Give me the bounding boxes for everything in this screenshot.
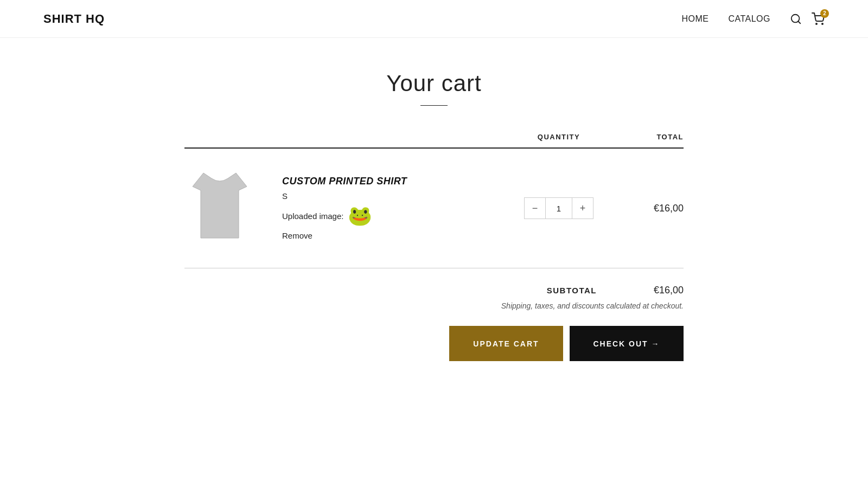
shipping-note: Shipping, taxes, and discounts calculate… [501,300,684,312]
subtotal-row: SUBTOTAL €16,00 [547,285,684,296]
uploaded-image-row: Uploaded image: 🐸 [282,206,510,226]
item-price: €16,00 [608,203,684,214]
search-button[interactable] [790,13,802,25]
quantity-header: QUANTITY [510,133,608,141]
cart-badge: 2 [820,9,829,18]
item-variant: S [282,191,510,201]
uploaded-image-preview: 🐸 [348,206,372,226]
header: SHIRT HQ HOME CATALOG 2 [0,0,868,38]
quantity-input[interactable] [545,198,572,219]
quantity-control: − + [524,197,593,219]
title-divider [420,105,448,106]
checkout-button[interactable]: CHECK OUT → [570,326,684,361]
item-details-col: CUSTOM PRINTED SHIRT S Uploaded image: 🐸… [271,176,510,241]
product-image [184,165,255,252]
svg-line-1 [798,21,800,23]
update-cart-button[interactable]: UPDATE CART [449,326,563,361]
cart-button[interactable]: 2 [812,12,825,25]
shirt-svg [187,168,252,249]
item-quantity-col: − + [510,197,608,219]
remove-link[interactable]: Remove [282,231,312,240]
svg-point-2 [816,23,817,24]
page-title-section: Your cart [184,70,684,106]
cart-table: QUANTITY TOTAL CUSTOM PRINTED SHIRT S Up [184,133,684,268]
subtotal-label: SUBTOTAL [547,286,597,295]
item-name: CUSTOM PRINTED SHIRT [282,176,510,187]
cart-header-row: QUANTITY TOTAL [184,133,684,149]
cart-footer: SUBTOTAL €16,00 Shipping, taxes, and dis… [184,285,684,361]
svg-point-3 [822,23,823,24]
quantity-increase-button[interactable]: + [572,198,593,219]
page-title: Your cart [184,70,684,97]
search-icon [790,13,802,25]
quantity-decrease-button[interactable]: − [525,198,545,219]
subtotal-amount: €16,00 [629,285,684,296]
uploaded-label: Uploaded image: [282,211,343,221]
nav-catalog[interactable]: CATALOG [728,14,770,24]
nav-right: HOME CATALOG 2 [681,12,825,25]
total-header: TOTAL [608,133,684,141]
action-buttons: UPDATE CART CHECK OUT → [449,326,684,361]
brand-logo[interactable]: SHIRT HQ [43,12,105,26]
nav-home[interactable]: HOME [681,14,709,24]
main-content: Your cart QUANTITY TOTAL CUSTOM PRI [163,38,705,404]
table-row: CUSTOM PRINTED SHIRT S Uploaded image: 🐸… [184,149,684,268]
nav-icons: 2 [790,12,825,25]
item-image-col [184,165,271,252]
